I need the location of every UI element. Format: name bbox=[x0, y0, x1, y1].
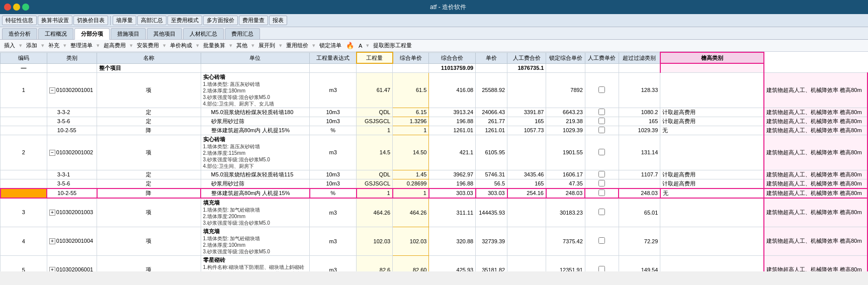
row-expr[interactable]: GSJSGCL bbox=[357, 179, 393, 188]
row-code: +010302006001 bbox=[47, 255, 97, 271]
expand-icon[interactable]: − bbox=[49, 87, 55, 93]
row-qty[interactable]: 1.3296 bbox=[393, 117, 429, 126]
row-qty[interactable]: 6.15 bbox=[393, 108, 429, 117]
toolbar-btn-multi-quote[interactable]: 多方面报价 bbox=[203, 16, 238, 25]
table-row[interactable]: 2−010302001002项实心砖墙1.墙体类型: 蒸压灰砂砖墙 2.墙体厚度… bbox=[1, 135, 868, 170]
t2-reuse[interactable]: 重用组价 bbox=[284, 41, 310, 50]
col-header-unitprice: 综合单价 bbox=[393, 52, 429, 63]
total-laborunit bbox=[585, 63, 619, 72]
expand-icon[interactable]: + bbox=[49, 210, 55, 216]
t2-add[interactable]: 添加 bbox=[24, 41, 39, 50]
row-unit2 bbox=[507, 255, 546, 271]
tab-labor-material[interactable]: 人材机汇总 bbox=[183, 28, 224, 39]
t2-organize[interactable]: 整理清单 bbox=[68, 41, 95, 50]
t2-supplement[interactable]: 补充 bbox=[46, 41, 61, 50]
row-qty[interactable]: 14.50 bbox=[393, 135, 429, 170]
toolbar2: 插入 ▾ 添加 ▾ 补充 ▾ 整理清单 ▾ 超高费用 ▾ 安装费用 ▾ 单价构成… bbox=[0, 40, 868, 52]
row-expr[interactable]: 464.26 bbox=[357, 198, 393, 227]
t2-install-fee[interactable]: 安装费用 bbox=[135, 41, 161, 50]
tab-fee-summary[interactable]: 费用汇总 bbox=[225, 28, 260, 39]
row-lock[interactable] bbox=[585, 170, 619, 179]
minimize-button[interactable] bbox=[13, 4, 20, 11]
row-expr[interactable]: 82.6 bbox=[357, 255, 393, 271]
row-qty[interactable]: 464.26 bbox=[393, 198, 429, 227]
tab-section-items[interactable]: 分部分项 bbox=[74, 28, 110, 40]
toolbar-btn-features[interactable]: 特征性信息 bbox=[2, 16, 37, 25]
col-header-expr: 工程量表达式 bbox=[310, 52, 357, 63]
row-lock[interactable] bbox=[585, 117, 619, 126]
close-button[interactable] bbox=[4, 4, 11, 11]
t2-other[interactable]: 其他 bbox=[234, 41, 249, 50]
t2-batch-calc[interactable]: 批量换算 bbox=[201, 41, 227, 50]
t2-insert[interactable]: 插入 bbox=[2, 41, 17, 50]
t2-superhigh-fee[interactable]: 超高费用 bbox=[102, 41, 128, 50]
row-lastcol: 建筑物超高人工、机械降效率 檐高80m bbox=[764, 255, 867, 271]
table-row[interactable]: 10-2-55降整体建筑超高80m内 人机提15%%11303.03303.03… bbox=[1, 188, 868, 198]
tab-other-items[interactable]: 其他项目 bbox=[147, 28, 182, 39]
row-lock[interactable] bbox=[585, 72, 619, 108]
table-row[interactable]: 3-5-6定砂浆用砂过筛10m3GSJSGCL0.28699196.8856.5… bbox=[1, 179, 868, 188]
row-qty[interactable]: 82.60 bbox=[393, 255, 429, 271]
row-expr[interactable]: 1 bbox=[357, 188, 393, 198]
row-expr[interactable]: 61.47 bbox=[357, 72, 393, 108]
tab-cost-analysis[interactable]: 造价分析 bbox=[2, 28, 37, 39]
t2-expand[interactable]: 展开到 bbox=[256, 41, 277, 50]
table-row[interactable]: 1−010302001001项实心砖墙1.墙体类型: 蒸压灰砂砖墙 2.墙体厚度… bbox=[1, 72, 868, 108]
toolbar-btn-wall[interactable]: 墙厚量 bbox=[113, 16, 136, 25]
row-lock[interactable] bbox=[585, 126, 619, 135]
table-row[interactable]: 3+010302001003项填充墙1.墙体类型: 加气砼砌块墙 2.墙体厚度:… bbox=[1, 198, 868, 227]
row-qty[interactable]: 1 bbox=[393, 126, 429, 135]
row-code: 3-5-6 bbox=[47, 117, 97, 126]
toolbar-btn-cost-mode[interactable]: 至费用模式 bbox=[167, 16, 202, 25]
table-row[interactable]: 10-2-55降整体建筑超高80m内 人机提15%%111261.011261.… bbox=[1, 126, 868, 135]
tab-project-overview[interactable]: 工程概况 bbox=[38, 28, 73, 39]
table-row[interactable]: 4+010302001004项填充墙1.墙体类型: 加气砼砌块墙 2.墙体厚度:… bbox=[1, 227, 868, 255]
row-lock[interactable] bbox=[585, 227, 619, 255]
row-lock[interactable] bbox=[585, 179, 619, 188]
expand-icon[interactable]: − bbox=[49, 150, 55, 156]
row-qty[interactable]: 102.03 bbox=[393, 227, 429, 255]
row-name: 填充墙1.墙体类型: 加气砼砌块墙 2.墙体厚度:200mm 3.砂浆强度等级:… bbox=[201, 198, 310, 227]
table-row[interactable]: 3-3-2定M5.0混浆烧结粉煤灰轻质砖墙18010m3QDL6.153913.… bbox=[1, 108, 868, 117]
t2-lock-list[interactable]: 锁定清单 bbox=[317, 41, 343, 50]
toolbar-btn-calc-settings[interactable]: 换算书设置 bbox=[38, 16, 72, 25]
row-expr[interactable]: 1 bbox=[357, 126, 393, 135]
row-laborunit: 131.14 bbox=[619, 135, 660, 170]
row-lock[interactable] bbox=[585, 255, 619, 271]
row-laborunit: 248.03 bbox=[619, 188, 660, 198]
total-expr bbox=[310, 63, 357, 72]
total-filter bbox=[619, 63, 660, 72]
row-laborunit: 1029.39 bbox=[619, 126, 660, 135]
row-expr[interactable]: GSJSGCL bbox=[357, 117, 393, 126]
table-row[interactable]: 5+010302006001项零星砌砖1.构件名称:砌块墙下防潮层、砌块墙上斜砌… bbox=[1, 255, 868, 271]
t2-extract-qty[interactable]: 提取图形工程量 bbox=[371, 41, 414, 50]
row-qty[interactable]: 61.5 bbox=[393, 72, 429, 108]
row-lock[interactable] bbox=[585, 198, 619, 227]
t2-a-btn[interactable]: A bbox=[357, 42, 364, 49]
row-lock[interactable] bbox=[585, 188, 619, 198]
row-qty[interactable]: 1.45 bbox=[393, 170, 429, 179]
t2-unit-comp[interactable]: 单价构成 bbox=[168, 41, 194, 50]
table-row[interactable]: 3-5-6定砂浆用砂过筛10m3GSJSGCL1.3296196.88261.7… bbox=[1, 117, 868, 126]
row-expr[interactable]: 102.03 bbox=[357, 227, 393, 255]
row-lock[interactable] bbox=[585, 135, 619, 170]
toolbar-btn-report[interactable]: 报表 bbox=[269, 16, 287, 25]
tab-measures[interactable]: 措施项目 bbox=[111, 28, 146, 39]
expand-icon[interactable]: + bbox=[49, 238, 55, 244]
maximize-button[interactable] bbox=[22, 4, 29, 11]
toolbar-btn-high-summary[interactable]: 高部汇总 bbox=[137, 16, 166, 25]
row-qty[interactable]: 0.28699 bbox=[393, 179, 429, 188]
col-header-last: 檐高类别 bbox=[660, 52, 764, 63]
expand-icon[interactable]: + bbox=[49, 267, 55, 271]
toolbar-btn-switch-price[interactable]: 切换价目表 bbox=[73, 16, 108, 25]
row-expr[interactable]: QDL bbox=[357, 108, 393, 117]
row-expr[interactable]: QDL bbox=[357, 170, 393, 179]
row-lock[interactable] bbox=[585, 108, 619, 117]
row-unitprice: 416.08 bbox=[429, 72, 476, 108]
row-expr[interactable]: 14.5 bbox=[357, 135, 393, 170]
row-number: 3 bbox=[1, 198, 47, 227]
row-labortotal: 30183.23 bbox=[546, 198, 585, 227]
row-qty[interactable]: 1 bbox=[393, 188, 429, 198]
toolbar-btn-fee-qty[interactable]: 费用量查 bbox=[239, 16, 268, 25]
table-row[interactable]: 3-3-1定M5.0混浆烧结粉煤灰轻质砖墙11510m3QDL1.453962.… bbox=[1, 170, 868, 179]
